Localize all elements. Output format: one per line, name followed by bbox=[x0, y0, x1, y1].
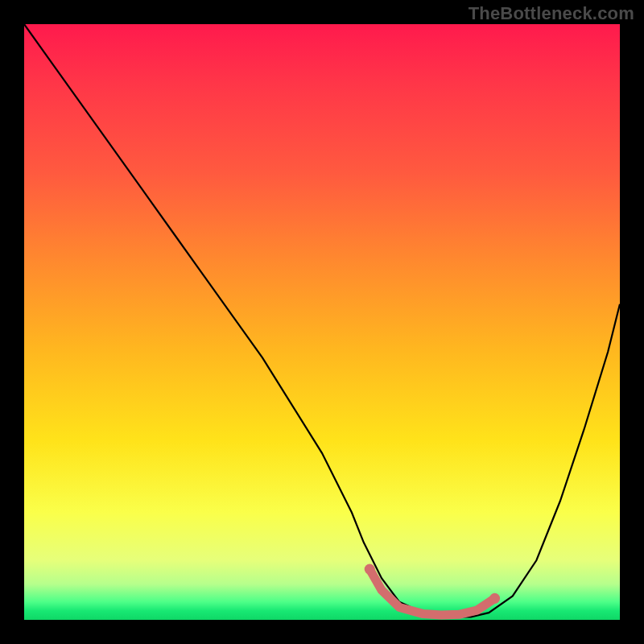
watermark-text: TheBottleneck.com bbox=[469, 3, 634, 24]
plot-area bbox=[24, 24, 620, 620]
valley-highlight bbox=[365, 564, 500, 615]
valley-cap-right bbox=[489, 593, 500, 604]
chart-frame: TheBottleneck.com bbox=[0, 0, 644, 644]
valley-cap-left bbox=[365, 564, 375, 575]
curve-layer bbox=[24, 24, 620, 620]
bottleneck-curve bbox=[24, 24, 620, 617]
valley-highlight-line bbox=[369, 569, 494, 615]
